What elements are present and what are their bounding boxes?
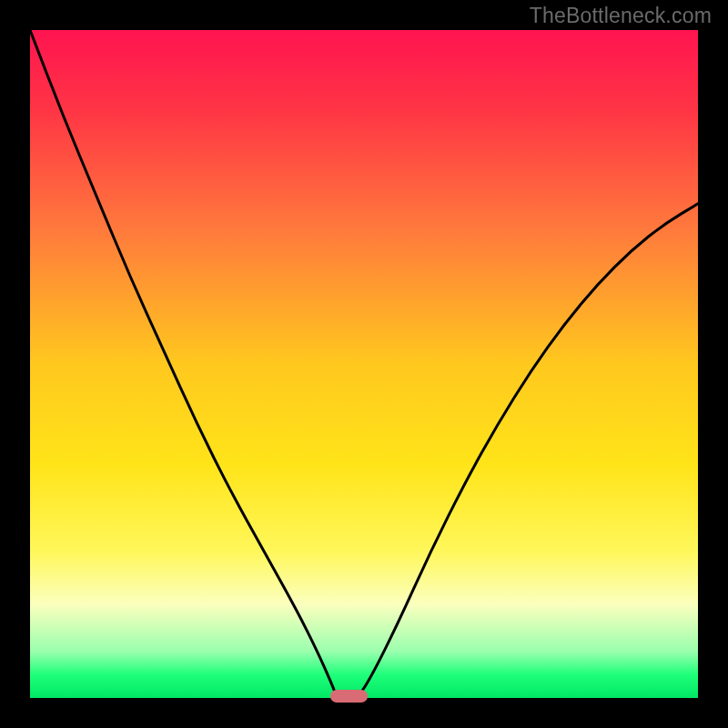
watermark-text: TheBottleneck.com <box>530 4 712 28</box>
outer-frame: TheBottleneck.com <box>0 0 728 728</box>
vertex-marker <box>330 690 367 703</box>
bottleneck-chart <box>30 30 698 698</box>
plot-background <box>30 30 698 698</box>
